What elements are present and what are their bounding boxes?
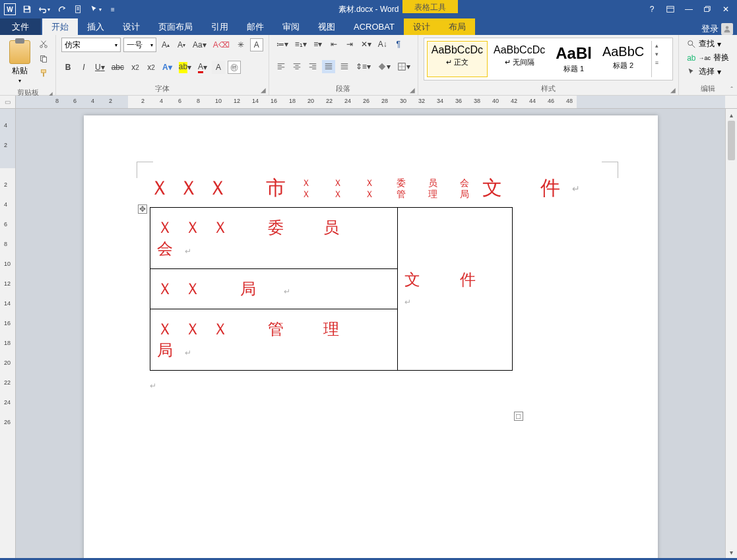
phonetic-guide-button[interactable]: ✳	[234, 38, 247, 51]
ruler-corner[interactable]: ▭	[0, 96, 16, 109]
table-cell-r2c1[interactable]: ＸＸ 局 ↵	[150, 269, 398, 309]
gallery-scroll-down[interactable]: ▾	[652, 49, 661, 58]
strikethrough-button[interactable]: abc	[110, 61, 126, 74]
underline-button[interactable]: U▾	[93, 61, 107, 74]
tab-page-layout[interactable]: 页面布局	[149, 18, 202, 35]
quick-access-toolbar: W ▾ ▾ ≡	[0, 2, 120, 16]
copy-button[interactable]	[37, 52, 50, 65]
group-paragraph: ≔▾ ≡₁▾ ≡▾ ⇤ ⇥ ✕▾ A↓ ¶ ⇕≡▾ ▾ ▾ 段落◢	[269, 35, 418, 95]
save-button[interactable]	[20, 2, 34, 16]
document-canvas[interactable]: ＸＸＸ 市 Ｘ Ｘ Ｘ 委 员 会 Ｘ Ｘ Ｘ 管 理 局 文 件 ↵ ✥ ＸＸ…	[16, 109, 725, 558]
cut-button[interactable]	[37, 38, 50, 51]
find-button[interactable]: 查找 ▾	[684, 38, 732, 50]
styles-dialog-launcher[interactable]: ◢	[670, 86, 676, 94]
char-border-button[interactable]: A	[250, 38, 263, 51]
subscript-button[interactable]: x2	[129, 61, 142, 74]
group-font: 仿宋▾ 一号▾ A▴ A▾ Aa▾ A⌫ ✳ A B I U▾ abc x2 x…	[56, 35, 269, 95]
bullets-button[interactable]: ≔▾	[274, 38, 290, 51]
app-icon[interactable]: W	[3, 2, 17, 16]
tab-mailings[interactable]: 邮件	[238, 18, 273, 35]
gallery-scroll-up[interactable]: ▴	[652, 41, 661, 49]
minimize-button[interactable]: —	[680, 2, 697, 16]
multilevel-list-button[interactable]: ≡▾	[311, 38, 325, 51]
grow-font-button[interactable]: A▴	[159, 38, 172, 51]
table-cell-c2-merged[interactable]: 文 件 ↵	[398, 208, 512, 371]
tab-acrobat[interactable]: ACROBAT	[344, 18, 404, 35]
undo-button[interactable]: ▾	[37, 2, 51, 16]
align-justify-button[interactable]	[322, 60, 335, 73]
replace-button[interactable]: ab→ac 替换	[684, 51, 732, 64]
borders-button[interactable]: ▾	[395, 60, 412, 73]
style-normal[interactable]: AaBbCcDc↵ 正文	[427, 41, 488, 77]
tab-table-design[interactable]: 设计	[404, 18, 439, 35]
help-button[interactable]: ?	[643, 2, 660, 16]
align-center-button[interactable]	[290, 60, 304, 73]
qat-customize-button[interactable]: ≡	[106, 2, 120, 16]
scroll-up-button[interactable]: ▴	[726, 109, 737, 121]
new-doc-button[interactable]	[71, 2, 86, 16]
scroll-thumb[interactable]	[728, 121, 735, 160]
format-painter-button[interactable]	[37, 67, 50, 80]
font-color-button[interactable]: A▾	[196, 61, 209, 74]
collapse-ribbon-button[interactable]: ˆ	[730, 86, 733, 94]
align-left-button[interactable]	[274, 60, 288, 73]
scroll-down-button[interactable]: ▾	[726, 546, 737, 558]
tab-home[interactable]: 开始	[42, 18, 78, 35]
horizontal-ruler[interactable]: 8642246810121416182022242628303234363840…	[16, 96, 725, 109]
tab-review[interactable]: 审阅	[273, 18, 309, 35]
font-size-selector[interactable]: 一号▾	[123, 38, 156, 52]
tab-design[interactable]: 设计	[113, 18, 149, 35]
align-right-button[interactable]	[306, 60, 319, 73]
decrease-indent-button[interactable]: ⇤	[327, 38, 340, 51]
paste-button[interactable]: 粘贴 ▾	[5, 38, 34, 86]
title-bar: W ▾ ▾ ≡ 素材.docx - Word 表格工具 ? — ✕	[0, 0, 737, 18]
ribbon-display-options-button[interactable]	[662, 2, 679, 16]
shading-button[interactable]: ▾	[375, 60, 393, 73]
restore-button[interactable]	[699, 2, 716, 16]
char-shading-button[interactable]: A	[212, 61, 225, 74]
table-resize-handle[interactable]: □	[514, 412, 523, 421]
align-distributed-button[interactable]	[338, 60, 351, 73]
tab-insert[interactable]: 插入	[78, 18, 113, 35]
asian-layout-button[interactable]: ✕▾	[359, 38, 373, 51]
style-heading2[interactable]: AaBbC标题 2	[598, 41, 649, 77]
font-name-selector[interactable]: 仿宋▾	[61, 38, 121, 52]
font-dialog-launcher[interactable]: ◢	[261, 86, 266, 94]
tab-table-layout[interactable]: 布局	[439, 18, 475, 35]
gallery-expand[interactable]: ≡	[652, 58, 661, 67]
enclose-char-button[interactable]: ㊕	[228, 61, 241, 74]
line-spacing-button[interactable]: ⇕≡▾	[354, 60, 373, 73]
table-cell-r3c1[interactable]: ＸＸＸ 管 理 局↵	[150, 309, 398, 371]
increase-indent-button[interactable]: ⇥	[343, 38, 356, 51]
tab-file[interactable]: 文件	[0, 18, 41, 35]
style-no-spacing[interactable]: AaBbCcDc↵ 无间隔	[489, 41, 550, 77]
login-area[interactable]: 登录	[701, 23, 737, 35]
close-button[interactable]: ✕	[717, 2, 734, 16]
paragraph-dialog-launcher[interactable]: ◢	[410, 86, 415, 94]
highlight-color-button[interactable]: ab▾	[177, 61, 193, 74]
vertical-scrollbar[interactable]: ▴ ▾	[725, 109, 737, 558]
document-table[interactable]: ＸＸＸ 委 员 会↵ 文 件 ↵ ＸＸ 局 ↵ ＸＸＸ 管 理 局↵	[150, 207, 513, 371]
show-marks-button[interactable]: ¶	[392, 38, 405, 51]
tab-references[interactable]: 引用	[202, 18, 238, 35]
select-button[interactable]: 选择 ▾	[684, 65, 732, 78]
numbering-button[interactable]: ≡₁▾	[293, 38, 309, 51]
window-title: 素材.docx - Word	[338, 4, 399, 15]
change-case-button[interactable]: Aa▾	[191, 38, 208, 51]
italic-button[interactable]: I	[77, 61, 90, 74]
clear-format-button[interactable]: A⌫	[211, 38, 232, 51]
svg-point-13	[688, 40, 693, 45]
superscript-button[interactable]: x2	[144, 61, 158, 74]
style-heading1[interactable]: AaBl标题 1	[551, 41, 596, 77]
text-effects-button[interactable]: A▾	[160, 61, 174, 74]
redo-button[interactable]	[54, 2, 69, 16]
table-move-handle[interactable]: ✥	[138, 204, 147, 214]
vertical-ruler[interactable]: 422468101214161820222426	[0, 109, 16, 558]
table-cell-r1c1[interactable]: ＸＸＸ 委 员 会↵	[150, 208, 398, 269]
selection-mode-button[interactable]: ▾	[88, 2, 103, 16]
bold-button[interactable]: B	[61, 61, 75, 74]
styles-gallery[interactable]: AaBbCcDc↵ 正文 AaBbCcDc↵ 无间隔 AaBl标题 1 AaBb…	[424, 38, 673, 80]
shrink-font-button[interactable]: A▾	[175, 38, 188, 51]
sort-button[interactable]: A↓	[376, 38, 389, 51]
tab-view[interactable]: 视图	[309, 18, 344, 35]
